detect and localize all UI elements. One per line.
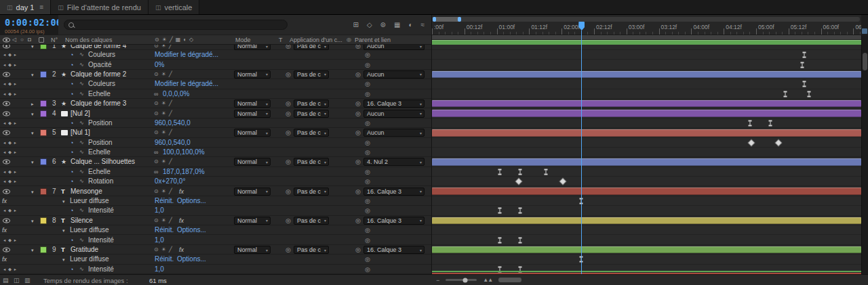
mode-dropdown[interactable]: Normal▾ [234, 217, 271, 225]
property-pickwhip-icon[interactable]: ◎ [365, 52, 370, 58]
property-name[interactable]: Intensité [88, 237, 114, 244]
property-name[interactable]: Echelle [88, 91, 111, 97]
property-name[interactable]: Echelle [88, 149, 111, 156]
property-row[interactable]: ◂ ◆ ▸◔∿Intensité1,0◎ [0, 206, 861, 215]
stopwatch-icon[interactable]: ◔ [70, 169, 73, 175]
row-timeline-cell[interactable] [432, 60, 861, 69]
parent-dropdown[interactable]: Aucun▾ [363, 129, 425, 137]
trackmatte-pickwhip-icon[interactable]: ◎ [285, 247, 291, 253]
work-area-bar[interactable] [432, 35, 861, 40]
row-timeline-cell[interactable] [432, 70, 861, 79]
mode-dropdown[interactable]: Normal▾ [234, 188, 271, 196]
trackmatte-dropdown[interactable]: Pas de c▾ [294, 129, 329, 137]
property-pickwhip-icon[interactable]: ◎ [365, 81, 370, 87]
time-ruler[interactable]: :00f00:12f01:00f01:12f02:00f02:12f03:00f… [432, 15, 861, 35]
layer-duration-bar[interactable] [432, 217, 861, 224]
graph-icon[interactable]: ∿ [79, 52, 84, 58]
row-timeline-cell[interactable] [432, 108, 861, 118]
search-box[interactable] [64, 20, 288, 30]
keyframe-icon[interactable] [802, 52, 806, 58]
graph-editor-icon[interactable]: ≈ [421, 21, 425, 28]
layer-duration-bar[interactable] [432, 129, 861, 136]
eye-icon[interactable] [3, 131, 10, 135]
keyframe-icon[interactable] [518, 208, 521, 214]
layer-row-6[interactable]: ▾6★Calque ... Silhouettes⊙☀╱Normal▾◎Pas … [0, 157, 861, 167]
keyframe-navigator[interactable]: ◂ ◆ ▸ [3, 92, 17, 97]
row-timeline-cell[interactable] [432, 79, 861, 89]
stopwatch-icon[interactable]: ◔ [70, 81, 73, 87]
trackmatte-dropdown[interactable]: Pas de c▾ [294, 110, 329, 118]
layer-switches[interactable]: ⊙☀╱ [154, 111, 175, 116]
layer-duration-bar[interactable] [432, 246, 861, 253]
layer-switches[interactable]: ⊙☀╱ [154, 101, 175, 106]
shy-layers-icon[interactable]: ⊛ [380, 21, 386, 28]
mode-dropdown[interactable]: Normal▾ [234, 110, 271, 118]
stopwatch-icon[interactable]: ◔ [70, 179, 73, 185]
graph-icon[interactable]: ∿ [79, 179, 84, 184]
graph-icon[interactable]: ∿ [79, 62, 84, 68]
graph-icon[interactable]: ∿ [79, 267, 84, 272]
trackmatte-pickwhip-icon[interactable]: ◎ [285, 71, 291, 77]
stopwatch-icon[interactable]: ◔ [70, 266, 73, 272]
layer-row-8[interactable]: ▾8TSilence⊙☀╱fxNormal▾◎Pas de c▾◎16. Cal… [0, 216, 861, 225]
label-swatch[interactable] [40, 71, 47, 78]
graph-icon[interactable]: ∿ [79, 150, 84, 155]
fx-switch[interactable]: fx [179, 247, 184, 253]
property-row[interactable]: ◂ ◆ ▸◔∿Position960,0,540,0◎ [0, 138, 861, 148]
keyframe-navigator[interactable]: ◂ ◆ ▸ [3, 140, 17, 145]
layer-row-3[interactable]: ▸3★Calque de forme 3⊙☀╱Normal▾◎Pas de c▾… [0, 99, 861, 108]
graph-icon[interactable]: ∿ [79, 140, 84, 146]
property-name[interactable]: Position [88, 120, 113, 127]
parent-pickwhip-icon[interactable]: ◎ [355, 101, 361, 107]
property-pickwhip-icon[interactable]: ◎ [365, 266, 370, 272]
property-name[interactable]: Echelle [88, 169, 111, 175]
stopwatch-icon[interactable]: ◔ [70, 150, 73, 156]
mode-dropdown[interactable]: Normal▾ [234, 129, 271, 137]
layer-name[interactable]: Gratitude [71, 246, 98, 253]
trackmatte-dropdown[interactable]: Pas de c▾ [294, 158, 329, 166]
vertical-scrollbar[interactable] [861, 35, 868, 274]
parent-pickwhip-icon[interactable]: ◎ [355, 130, 361, 136]
keyframe-navigator[interactable]: ◂ ◆ ▸ [3, 82, 17, 87]
keyframe-navigator[interactable]: ◂ ◆ ▸ [3, 179, 17, 184]
navigator-end-handle[interactable] [458, 17, 461, 22]
property-pickwhip-icon[interactable]: ◎ [365, 120, 370, 126]
property-name[interactable]: Intensité [88, 266, 114, 273]
twirl-icon[interactable]: ▾ [31, 45, 34, 49]
keyframe-icon[interactable] [749, 120, 752, 126]
layer-row-9[interactable]: ▾9TGratitude⊙☀╱fxNormal▾◎Pas de c▾◎16. C… [0, 245, 861, 255]
layer-duration-bar[interactable] [432, 188, 861, 194]
layer-row-7[interactable]: ▾7TMensonge⊙☀╱fxNormal▾◎Pas de c▾◎16. Ca… [0, 186, 861, 196]
zoom-slider[interactable] [446, 279, 477, 281]
layer-name[interactable]: Calque de forme 3 [71, 100, 126, 107]
layer-row-1[interactable]: ▾1★Calque de forme 4⊙☀╱Normal▾◎Pas de c▾… [0, 45, 861, 50]
layer-switches[interactable]: ⊙☀╱ [154, 45, 175, 49]
property-pickwhip-icon[interactable]: ◎ [365, 150, 370, 156]
twirl-icon[interactable]: ▾ [31, 248, 34, 253]
keyframe-icon[interactable] [800, 62, 804, 68]
keyframe-navigator[interactable]: ◂ ◆ ▸ [3, 150, 17, 155]
layer-duration-bar[interactable] [432, 158, 861, 165]
property-pickwhip-icon[interactable]: ◎ [365, 208, 370, 214]
trackmatte-dropdown[interactable]: Pas de c▾ [294, 217, 329, 225]
fx-switch[interactable]: fx [179, 188, 184, 194]
parent-dropdown[interactable]: 16. Calque 3▾ [363, 217, 425, 225]
property-row[interactable]: ◂ ◆ ▸◔∿Position960,0,540,0◎ [0, 118, 861, 128]
keyframe-navigator[interactable]: ◂ ◆ ▸ [3, 209, 17, 213]
keyframe-navigator[interactable]: ◂ ◆ ▸ [3, 53, 17, 58]
label-swatch[interactable] [40, 110, 47, 117]
fx-switch[interactable]: fx [179, 217, 184, 223]
trackmatte-dropdown[interactable]: Pas de c▾ [294, 45, 329, 50]
row-timeline-cell[interactable] [432, 89, 861, 99]
tab-render-queue[interactable]: ◫ File d'attente de rendu [51, 0, 149, 14]
layer-name[interactable]: Calque de forme 4 [71, 45, 126, 49]
keyframe-navigator[interactable]: ◂ ◆ ▸ [3, 170, 17, 175]
property-value[interactable]: 0% [155, 62, 164, 68]
expand-inout-panes-icon[interactable]: ▥ [24, 277, 31, 284]
trackmatte-pickwhip-icon[interactable]: ◎ [285, 217, 291, 223]
row-timeline-cell[interactable] [432, 157, 861, 167]
layer-switches[interactable]: ⊙☀╱ [154, 130, 175, 135]
row-timeline-cell[interactable] [432, 186, 861, 196]
eye-icon[interactable] [3, 218, 10, 223]
keyframe-navigator[interactable]: ◂ ◆ ▸ [3, 267, 17, 272]
